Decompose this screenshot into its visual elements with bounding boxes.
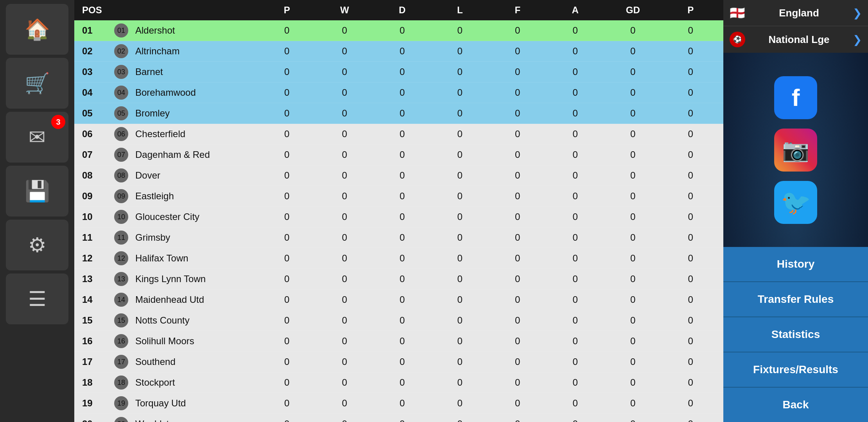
row-a: 0 [547, 274, 604, 284]
table-row[interactable]: 10 10 Gloucester City 0 0 0 0 0 0 0 0 [74, 207, 723, 227]
row-pos: 11 [78, 232, 109, 243]
row-a: 0 [547, 108, 604, 119]
sidebar-save-button[interactable]: 💾 [6, 166, 68, 216]
row-f: 0 [489, 418, 547, 422]
table-row[interactable]: 09 09 Eastleigh 0 0 0 0 0 0 0 0 [74, 186, 723, 207]
crest-icon: 18 [114, 376, 128, 390]
sidebar-settings-button[interactable]: ⚙ [6, 220, 68, 270]
row-gd: 0 [604, 315, 662, 326]
row-p: 0 [258, 25, 316, 36]
sidebar: 🏠 🛒 ✉ 3 💾 ⚙ ☰ [0, 0, 74, 422]
table-row[interactable]: 02 02 Altrincham 0 0 0 0 0 0 0 0 [74, 41, 723, 62]
table-row[interactable]: 16 16 Solihull Moors 0 0 0 0 0 0 0 0 [74, 331, 723, 352]
row-l: 0 [431, 356, 489, 367]
country-dropdown[interactable]: 🏴󠁧󠁢󠁥󠁮󠁧󠁿 England ❯ [723, 0, 868, 26]
row-a: 0 [547, 87, 604, 98]
row-crest: 20 [109, 417, 133, 422]
table-row[interactable]: 20 20 Wealdstone 0 0 0 0 0 0 0 0 [74, 414, 723, 422]
instagram-button[interactable]: 📷 [774, 129, 817, 172]
row-w: 0 [316, 25, 374, 36]
row-gd: 0 [604, 191, 662, 202]
row-pts: 0 [662, 398, 720, 409]
row-d: 0 [373, 294, 431, 305]
row-crest: 02 [109, 44, 133, 58]
table-row[interactable]: 01 01 Aldershot 0 0 0 0 0 0 0 0 [74, 20, 723, 41]
row-pos: 18 [78, 377, 109, 388]
statistics-button[interactable]: Statistics [723, 317, 868, 352]
row-gd: 0 [604, 87, 662, 98]
crest-icon: 15 [114, 313, 128, 327]
row-crest: 10 [109, 210, 133, 224]
league-dropdown[interactable]: ⚽ National Lge ❯ [723, 26, 868, 53]
row-f: 0 [489, 398, 547, 409]
header-name [133, 5, 258, 16]
facebook-button[interactable]: f [774, 76, 817, 119]
table-row[interactable]: 07 07 Dagenham & Red 0 0 0 0 0 0 0 0 [74, 145, 723, 165]
header-w: W [316, 5, 374, 16]
row-crest: 18 [109, 376, 133, 390]
table-row[interactable]: 15 15 Notts County 0 0 0 0 0 0 0 0 [74, 310, 723, 331]
transfer-rules-button[interactable]: Transfer Rules [723, 282, 868, 317]
row-pts: 0 [662, 336, 720, 347]
row-a: 0 [547, 377, 604, 388]
table-row[interactable]: 11 11 Grimsby 0 0 0 0 0 0 0 0 [74, 227, 723, 248]
table-row[interactable]: 13 13 Kings Lynn Town 0 0 0 0 0 0 0 0 [74, 269, 723, 290]
row-w: 0 [316, 108, 374, 119]
row-a: 0 [547, 315, 604, 326]
league-table-main: POS P W D L F A GD P 01 01 Aldershot 0 0… [74, 0, 723, 422]
crest-icon: 20 [114, 417, 128, 422]
row-pos: 19 [78, 398, 109, 409]
sidebar-mail-button[interactable]: ✉ 3 [6, 112, 68, 163]
row-l: 0 [431, 170, 489, 181]
row-l: 0 [431, 66, 489, 77]
back-button[interactable]: Back [723, 388, 868, 422]
row-f: 0 [489, 274, 547, 284]
row-pos: 16 [78, 336, 109, 347]
crest-icon: 13 [114, 272, 128, 286]
table-row[interactable]: 04 04 Borehamwood 0 0 0 0 0 0 0 0 [74, 82, 723, 103]
table-row[interactable]: 08 08 Dover 0 0 0 0 0 0 0 0 [74, 165, 723, 186]
row-w: 0 [316, 274, 374, 284]
header-pos: POS [78, 5, 109, 16]
header-a: A [547, 5, 604, 16]
twitter-button[interactable]: 🐦 [774, 181, 817, 224]
row-f: 0 [489, 191, 547, 202]
row-f: 0 [489, 46, 547, 57]
row-w: 0 [316, 253, 374, 264]
table-row[interactable]: 05 05 Bromley 0 0 0 0 0 0 0 0 [74, 103, 723, 124]
row-w: 0 [316, 149, 374, 160]
row-pos: 05 [78, 108, 109, 119]
row-team-name: Halifax Town [133, 253, 258, 264]
sidebar-shop-button[interactable]: 🛒 [6, 58, 68, 109]
instagram-icon: 📷 [782, 137, 809, 163]
table-row[interactable]: 14 14 Maidenhead Utd 0 0 0 0 0 0 0 0 [74, 290, 723, 310]
row-l: 0 [431, 294, 489, 305]
row-pts: 0 [662, 87, 720, 98]
fixtures-results-button[interactable]: Fixtures/Results [723, 352, 868, 388]
row-l: 0 [431, 336, 489, 347]
row-pts: 0 [662, 66, 720, 77]
table-row[interactable]: 03 03 Barnet 0 0 0 0 0 0 0 0 [74, 62, 723, 82]
row-d: 0 [373, 253, 431, 264]
row-pts: 0 [662, 253, 720, 264]
row-w: 0 [316, 232, 374, 243]
row-p: 0 [258, 129, 316, 139]
row-w: 0 [316, 398, 374, 409]
row-team-name: Southend [133, 356, 258, 367]
row-w: 0 [316, 418, 374, 422]
row-f: 0 [489, 211, 547, 222]
row-pts: 0 [662, 25, 720, 36]
row-pos: 02 [78, 46, 109, 57]
table-row[interactable]: 17 17 Southend 0 0 0 0 0 0 0 0 [74, 352, 723, 372]
row-pos: 01 [78, 25, 109, 36]
row-a: 0 [547, 25, 604, 36]
table-row[interactable]: 12 12 Halifax Town 0 0 0 0 0 0 0 0 [74, 248, 723, 269]
sidebar-menu-button[interactable]: ☰ [6, 274, 68, 324]
row-f: 0 [489, 66, 547, 77]
sidebar-home-button[interactable]: 🏠 [6, 4, 68, 55]
table-row[interactable]: 18 18 Stockport 0 0 0 0 0 0 0 0 [74, 372, 723, 393]
table-row[interactable]: 06 06 Chesterfield 0 0 0 0 0 0 0 0 [74, 124, 723, 145]
history-button[interactable]: History [723, 247, 868, 282]
crest-icon: 02 [114, 44, 128, 58]
table-row[interactable]: 19 19 Torquay Utd 0 0 0 0 0 0 0 0 [74, 393, 723, 414]
